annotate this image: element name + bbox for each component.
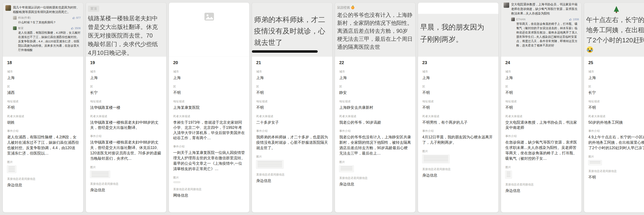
record-card[interactable]: 交大电院退休教授，上海书协会员，书法家吴中南老师在急诊病逝，缺少氧气等医疗资源，… bbox=[501, 3, 582, 212]
field-source-value: 身边信息 bbox=[505, 188, 577, 193]
field-city-label: 城市 bbox=[90, 70, 162, 73]
field-district: 区 长宁 bbox=[90, 85, 162, 95]
record-number: 18 bbox=[7, 60, 79, 66]
field-source-value: 身边信息 bbox=[7, 182, 79, 188]
poster-name: 鼠甜橙酱 bbox=[337, 6, 416, 10]
field-district-value: 静安 bbox=[339, 90, 411, 95]
card-body: 21 城市 上海 区 不明 地址描述 不明 死者大体描述 二十多岁女子 事件介绍… bbox=[252, 60, 332, 183]
field-source-label: 直接信息还是间接信息 bbox=[339, 176, 411, 180]
record-card[interactable]: 午十点左右，长宁的一小地务工阿姨，在出租屋里了2个小时的120赶到时 25 城市… bbox=[584, 3, 644, 212]
screenshot-thumbnail[interactable] bbox=[339, 165, 354, 172]
screenshot-text-line: 离酒店后差点转去方舱，90岁 bbox=[337, 27, 416, 35]
field-deceased-value: 不明男性，有个两岁的儿子 bbox=[422, 120, 494, 125]
record-card[interactable]: 置顶镇路某楼一楼独居老夫妇中曾是交大出版社翻译。休克医无对接医院而去世。70晚敲… bbox=[86, 3, 166, 212]
screenshot-text-line: 老公的爷爷也没有计入，上海静 bbox=[337, 11, 416, 19]
field-source-label: 直接信息还是间接信息 bbox=[7, 177, 79, 181]
field-address-label: 地址描述 bbox=[505, 100, 577, 103]
field-event: 事件介绍 老人住浦西，有陈旧性脑梗，4.2摔跤，女儿被封在浦东过不了江，妹妹们虽… bbox=[7, 129, 79, 156]
field-deceased-label: 死者大体描述 bbox=[422, 115, 494, 118]
field-city: 城市 上海 bbox=[173, 70, 245, 81]
field-city-value: 上海 bbox=[90, 75, 162, 81]
card-body: 18 城市 上海 区 浦西 地址描述 不明 死者大体描述 胡姓 事件介绍 老人住… bbox=[3, 60, 83, 188]
field-district-label: 区 bbox=[7, 85, 79, 88]
screenshot-text-line: 了2个小时的120赶到时 bbox=[586, 35, 644, 45]
field-deceased: 死者大体描述 二十多岁女子 bbox=[256, 115, 328, 125]
field-city-label: 城市 bbox=[339, 70, 411, 73]
field-image-label: 图片 bbox=[422, 150, 494, 153]
field-event: 事件介绍 我老公的爷爷也没有计入，上海静安区共康新村，全家阴的情况下他阳性，被转… bbox=[339, 129, 411, 156]
screenshot-thumbnail[interactable] bbox=[7, 165, 16, 173]
field-deceased-label: 死者大体描述 bbox=[588, 115, 644, 118]
field-address-label: 地址描述 bbox=[256, 100, 328, 103]
field-district-value: 不明 bbox=[173, 90, 245, 95]
like-count: 1008 bbox=[569, 18, 579, 21]
field-address-label: 地址描述 bbox=[7, 100, 79, 103]
field-city: 城市 上海 bbox=[90, 70, 162, 81]
record-card[interactable]: 我几十年前就认识的一位胡姓朋友也是因为封控、核酸检测等原因没有得到及时救治而死亡… bbox=[3, 3, 83, 212]
field-image-label: 图片 bbox=[505, 165, 577, 169]
field-deceased: 死者大体描述 交大电院退休教授，上海书协会员，书法家吴中南老师 bbox=[505, 115, 577, 130]
comment-replies: 柿油(作者)977什么时候？生了其他疾病吗？敏宴3506老人住浦西，有陈旧性脑梗… bbox=[13, 16, 81, 52]
screenshot-thumbnail[interactable] bbox=[505, 171, 512, 178]
record-card[interactable]: 早晨，我的朋友因为子刚刚两岁。 23 城市 上海 区 不明 地址描述 不明 死者… bbox=[418, 3, 498, 212]
field-city-value: 上海 bbox=[339, 75, 411, 81]
field-deceased-label: 死者大体描述 bbox=[505, 115, 577, 118]
card-body: 24 城市 上海 区 不明 地址描述 不明 死者大体描述 交大电院退休教授，上海… bbox=[501, 60, 582, 193]
record-card[interactable]: 师弟的本科师妹，才二疫情没有及时就诊，心就去世了 21 城市 上海 区 不明 地… bbox=[252, 3, 332, 212]
screenshot-text-line: 疫情没有及时就诊，心 bbox=[254, 25, 332, 37]
field-event-label: 事件介绍 bbox=[256, 129, 328, 133]
field-source-label: 直接信息还是间接信息 bbox=[505, 183, 577, 186]
commenter-name: 柿油(作者) bbox=[18, 16, 72, 20]
field-city: 城市 上海 bbox=[422, 70, 494, 81]
record-card[interactable]: 20 城市 上海 区 不明 地址描述 上海某康复医院 死者大体描述 李昶生于19… bbox=[169, 3, 249, 212]
field-deceased-value: 50岁的外地务工阿姨 bbox=[588, 120, 644, 125]
like-count: 3506 bbox=[71, 27, 81, 30]
screenshot-thumbnail[interactable] bbox=[173, 181, 180, 183]
field-source: 直接信息还是间接信息 不明 bbox=[588, 169, 644, 180]
field-city-value: 上海 bbox=[588, 75, 644, 81]
screenshot-text-line: 早晨，我的朋友因为 bbox=[420, 21, 498, 33]
field-deceased-value: 法华镇路某楼一楼独居老夫妇中88岁的丈夫，曾经是交大出版社翻译。 bbox=[90, 120, 162, 130]
field-image-label: 图片 bbox=[339, 160, 411, 164]
field-city-label: 城市 bbox=[256, 70, 328, 73]
field-address: 地址描述 不明 bbox=[588, 100, 644, 110]
field-district-value: 长宁 bbox=[90, 90, 162, 95]
emoji-row bbox=[614, 6, 644, 13]
reply-header: 柿油(作者)977 bbox=[13, 16, 81, 20]
screenshot-thumbnail[interactable] bbox=[422, 155, 450, 163]
field-district: 区 不明 bbox=[422, 85, 494, 95]
card-preview-image: 早晨，我的朋友因为子刚刚两岁。 bbox=[418, 3, 498, 57]
field-event-label: 事件介绍 bbox=[588, 129, 644, 133]
record-card[interactable]: 鼠甜橙酱老公的爷爷也没有计入，上海静新村，全家阴的情况下他阳性。离酒店后差点转去… bbox=[335, 3, 416, 212]
screenshot-thumbnail[interactable] bbox=[256, 160, 284, 169]
field-source-value: 不明 bbox=[588, 175, 644, 180]
main-comment: 我几十年前就认识的一位胡姓朋友也是因为封控、核酸检测等原因没有得到及时救治而死亡… bbox=[6, 5, 81, 14]
field-event: 事件介绍 4.9上午十点左右，长宁的一小区内，50岁的外地务工阿姨，在出租屋里心… bbox=[588, 129, 644, 151]
field-city: 城市 上海 bbox=[256, 70, 328, 81]
avatar bbox=[504, 3, 509, 8]
field-deceased-value: 李昶生于1973年，曾就读于北京史家胡同小学、北京二中、北京四中，于1992年考… bbox=[173, 120, 245, 140]
field-source-label: 直接信息还是间接信息 bbox=[422, 167, 494, 171]
field-source-label: 直接信息还是间接信息 bbox=[256, 173, 328, 176]
screenshot-text-line: 就去世了 bbox=[254, 37, 332, 48]
screenshot-thumbnail[interactable] bbox=[588, 160, 602, 165]
field-source-label: 直接信息还是间接信息 bbox=[588, 169, 644, 173]
field-address-label: 地址描述 bbox=[90, 100, 162, 103]
field-city-label: 城市 bbox=[505, 70, 577, 73]
field-source: 直接信息还是间接信息 网络信息 bbox=[173, 187, 245, 198]
field-deceased-label: 死者大体描述 bbox=[339, 115, 411, 118]
main-comment-text: 我几十年前就认识的一位胡姓朋友也是因为封控、核酸检测等原因没有得到及时救治而死亡… bbox=[13, 5, 81, 14]
screenshot-thumbnail[interactable] bbox=[90, 171, 110, 178]
card-body: 25 城市 上海 区 长宁 地址描述 不明 死者大体描述 50岁的外地务工阿姨 … bbox=[584, 60, 644, 180]
field-deceased-label: 死者大体描述 bbox=[7, 115, 79, 118]
field-address: 地址描述 法华镇路某楼一楼 bbox=[90, 100, 162, 110]
screenshot-text-line: 晚敲邻居门，央求代少些纸 bbox=[88, 40, 166, 49]
field-district-value: 浦西 bbox=[7, 90, 79, 95]
field-event-value: 我师弟的本科师妹，才二十多岁，也是因为疫情没有及时就诊，心脏不舒服送医院隔天就去… bbox=[256, 134, 328, 151]
main-comment-text: 交大电院退休教授，上海书协会员，书法家吴中南老师在急诊病逝，缺少氧气等医疗资源，… bbox=[511, 3, 579, 16]
card-preview-image bbox=[169, 3, 249, 57]
field-image: 图片 bbox=[422, 150, 494, 163]
field-source-value: 身边信息 bbox=[422, 173, 494, 178]
big-text-screenshot: 鼠甜橙酱老公的爷爷也没有计入，上海静新村，全家阴的情况下他阳性。离酒店后差点转去… bbox=[335, 3, 416, 51]
screenshot-text-line: 新村，全家阴的情况下他阳性。 bbox=[337, 19, 416, 27]
